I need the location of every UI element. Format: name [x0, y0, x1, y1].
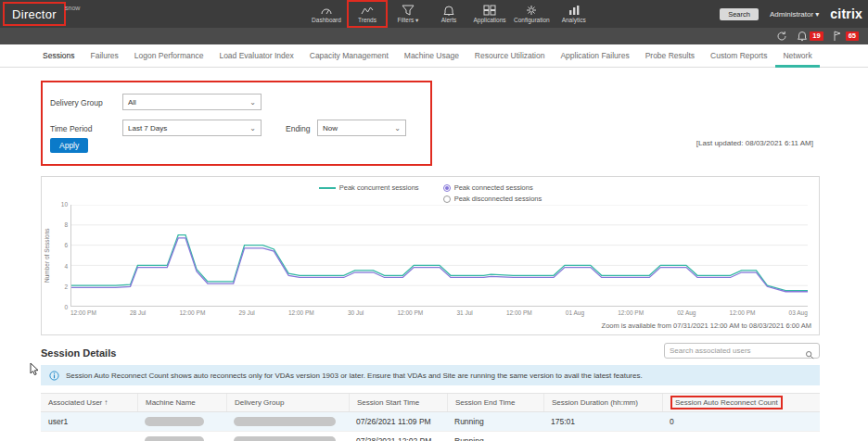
- y-axis-label: Number of Sessions: [44, 209, 54, 302]
- x-tick-label: 29 Jul: [238, 309, 254, 316]
- column-header-session-end-time[interactable]: Session End Time: [447, 394, 543, 411]
- chevron-down-icon: ▾: [815, 10, 819, 19]
- nav-item-trends[interactable]: Trends: [347, 0, 388, 28]
- refresh-icon[interactable]: [775, 31, 787, 43]
- y-tick-label: 0: [64, 304, 68, 310]
- applications-icon: [483, 5, 496, 16]
- time-period-label: Time Period: [50, 124, 93, 133]
- delivery-group-label: Delivery Group: [50, 98, 103, 107]
- nav-item-dashboard[interactable]: Dashboard: [306, 0, 347, 28]
- nav-item-analytics[interactable]: Analytics: [554, 0, 594, 28]
- column-header-session-start-time[interactable]: Session Start Time: [349, 394, 447, 411]
- session-details-table: Associated User↑Machine NameDelivery Gro…: [41, 393, 820, 441]
- cell-associated-user: [41, 432, 137, 441]
- info-banner-text: Session Auto Reconnect Count shows auto …: [66, 372, 643, 380]
- tab-load-evaluator-index[interactable]: Load Evaluator Index: [219, 51, 293, 60]
- cell-session-end-time: Running: [447, 432, 543, 441]
- tab-network[interactable]: Network: [783, 51, 811, 60]
- search-associated-users-box[interactable]: [664, 343, 820, 359]
- search-button[interactable]: Search: [720, 8, 759, 20]
- radio-unselected-icon[interactable]: [443, 195, 451, 203]
- tab-custom-reports[interactable]: Custom Reports: [710, 51, 767, 60]
- cell-session-duration: 175:01: [543, 412, 662, 431]
- y-tick-label: 6: [64, 242, 68, 248]
- y-tick-label: 2: [64, 284, 68, 290]
- delivery-group-select[interactable]: All ⌄: [122, 94, 262, 110]
- legend-item: Peak disconnected sessions: [443, 195, 542, 203]
- redacted-value: [145, 436, 204, 441]
- chart-legend: Peak concurrent sessionsPeak connected s…: [42, 183, 819, 203]
- redacted-value: [234, 417, 336, 426]
- tab-failures[interactable]: Failures: [91, 51, 119, 60]
- column-header-associated-user[interactable]: Associated User↑: [41, 394, 137, 411]
- radio-selected-icon[interactable]: [443, 184, 451, 192]
- x-tick-label: 12:00 PM: [288, 309, 314, 316]
- tab-probe-results[interactable]: Probe Results: [645, 51, 695, 60]
- column-header-session-duration-hh-mm-[interactable]: Session Duration (hh:mm): [543, 394, 662, 411]
- table-header: Associated User↑Machine NameDelivery Gro…: [41, 393, 820, 412]
- y-axis-ticks: 1086420: [54, 201, 68, 310]
- x-tick-label: 12:00 PM: [618, 309, 644, 316]
- x-tick-label: 12:00 PM: [179, 309, 205, 316]
- x-tick-label: 30 Jul: [348, 309, 364, 316]
- search-associated-users-input[interactable]: [670, 346, 801, 355]
- nav-item-label: Dashboard: [312, 17, 341, 23]
- ending-label: Ending: [286, 124, 310, 133]
- alerts-icon: [442, 5, 455, 16]
- director-logo[interactable]: Director: [3, 2, 66, 26]
- column-header-label: Session Auto Reconnect Count: [670, 396, 783, 410]
- alert-flag-icon: [832, 31, 844, 43]
- tab-sessions[interactable]: Sessions: [43, 51, 75, 60]
- citrix-director-app: Director snow DashboardTrendsFilters ▾Al…: [0, 0, 868, 441]
- administrator-menu[interactable]: Administrator ▾: [770, 10, 819, 19]
- apply-button[interactable]: Apply: [50, 138, 88, 153]
- topbar: Director snow DashboardTrendsFilters ▾Al…: [0, 0, 868, 28]
- time-period-select[interactable]: Last 7 Days ⌄: [122, 120, 262, 136]
- tab-application-failures[interactable]: Application Failures: [560, 51, 629, 60]
- column-header-label: Session End Time: [455, 398, 515, 407]
- ending-select[interactable]: Now ⌄: [317, 120, 406, 136]
- column-header-delivery-group[interactable]: Delivery Group: [226, 394, 349, 411]
- nav-item-configuration[interactable]: Configuration: [510, 0, 554, 28]
- tab-resource-utilization[interactable]: Resource Utilization: [475, 51, 545, 60]
- x-tick-label: 31 Jul: [456, 309, 472, 316]
- cell-machine-name: [137, 432, 226, 441]
- legend-label: Peak concurrent sessions: [339, 183, 419, 192]
- x-tick-label: 28 Jul: [130, 309, 146, 316]
- legend-radio-group: Peak connected sessionsPeak disconnected…: [443, 183, 542, 203]
- nav-item-filters[interactable]: Filters ▾: [388, 0, 428, 28]
- configuration-icon: [525, 5, 538, 16]
- tab-capacity-management[interactable]: Capacity Management: [310, 51, 389, 60]
- trends-icon: [361, 5, 374, 16]
- magnifier-icon[interactable]: [805, 346, 814, 356]
- column-header-label: Delivery Group: [235, 398, 284, 407]
- nav-item-label: Analytics: [562, 17, 586, 23]
- x-axis-ticks: 12:00 PM28 Jul12:00 PM29 Jul12:00 PM30 J…: [70, 309, 808, 316]
- site-name: snow: [65, 5, 80, 11]
- notification-badge[interactable]: 65: [832, 31, 859, 43]
- utility-badges: 1965: [796, 31, 859, 43]
- tab-machine-usage[interactable]: Machine Usage: [404, 51, 459, 60]
- chevron-down-icon: ⌄: [394, 124, 401, 132]
- nav-item-alerts[interactable]: Alerts: [428, 0, 469, 28]
- info-banner: Session Auto Reconnect Count shows auto …: [41, 365, 820, 385]
- column-header-label: Machine Name: [146, 398, 196, 407]
- info-icon: [49, 371, 59, 381]
- chart-plot[interactable]: [70, 205, 808, 307]
- tab-logon-performance[interactable]: Logon Performance: [134, 51, 204, 60]
- app-title: Director: [12, 7, 57, 21]
- column-header-machine-name[interactable]: Machine Name: [137, 394, 226, 411]
- cell-delivery-group: [226, 412, 349, 431]
- table-row[interactable]: user107/26/2021 11:09 PMRunning175:010: [41, 412, 820, 432]
- table-body: user107/26/2021 11:09 PMRunning175:01007…: [41, 412, 820, 441]
- cell-delivery-group: [226, 432, 349, 441]
- table-row[interactable]: 07/28/2021 12:02 PMRunning: [41, 432, 820, 441]
- column-header-session-auto-reconnect-count[interactable]: Session Auto Reconnect Count: [662, 394, 820, 411]
- nav-item-applications[interactable]: Applications: [469, 0, 510, 28]
- trends-tab-bar: SessionsFailuresLogon PerformanceLoad Ev…: [0, 44, 868, 68]
- line-swatch: [319, 187, 336, 189]
- redacted-value: [234, 436, 336, 441]
- nav-item-label: Configuration: [514, 17, 550, 23]
- notification-badge[interactable]: 19: [796, 31, 823, 43]
- chevron-down-icon: ⌄: [249, 98, 256, 107]
